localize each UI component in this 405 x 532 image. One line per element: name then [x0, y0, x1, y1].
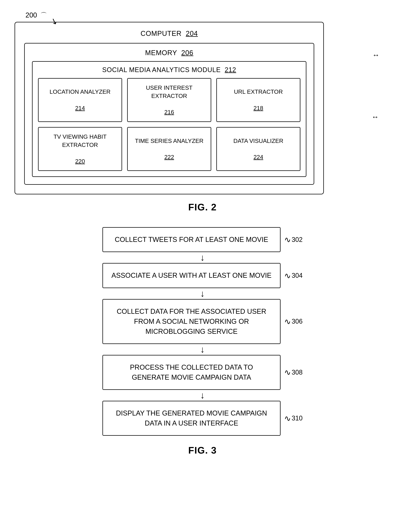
smam-label: SOCIAL MEDIA ANALYTICS MODULE 212: [38, 66, 300, 74]
module-ref-220: 220: [75, 157, 85, 165]
memory-ref: 206: [181, 49, 193, 57]
ref-number-302: 302: [292, 236, 303, 244]
computer-name: COMPUTER: [141, 30, 182, 37]
ref-number-306: 306: [292, 318, 303, 325]
squiggle-310: ∿: [284, 414, 291, 423]
smam-name: SOCIAL MEDIA ANALYTICS MODULE: [102, 66, 221, 74]
module-box-222: TIME SERIES ANALYZER222: [127, 127, 211, 171]
flow-ref-310: ∿310: [284, 414, 303, 423]
squiggle-306: ∿: [284, 317, 291, 326]
squiggle-302: ∿: [284, 235, 291, 244]
module-name-224: DATA VISUALIZER: [233, 137, 283, 145]
module-box-214: LOCATION ANALYZER214: [38, 78, 122, 122]
module-name-214: LOCATION ANALYZER: [50, 88, 111, 96]
module-box-220: TV VIEWING HABIT EXTRACTOR220: [38, 127, 122, 171]
flow-step-310: DISPLAY THE GENERATED MOVIE CAMPAIGN DAT…: [102, 401, 303, 436]
flow-ref-304: ∿304: [284, 271, 303, 280]
smam-ref: 212: [225, 66, 236, 74]
flow-step-302: COLLECT TWEETS FOR AT LEAST ONE MOVIE∿30…: [102, 227, 303, 252]
smam-box: SOCIAL MEDIA ANALYTICS MODULE 212 LOCATI…: [32, 61, 306, 177]
fig3-section: COLLECT TWEETS FOR AT LEAST ONE MOVIE∿30…: [14, 227, 391, 456]
ref-number-310: 310: [292, 414, 303, 422]
flow-step-308: PROCESS THE COLLECTED DATA TO GENERATE M…: [102, 355, 303, 390]
ref-number-308: 308: [292, 368, 303, 376]
arrow-to-storage: ↔: [371, 113, 379, 121]
module-name-220: TV VIEWING HABIT EXTRACTOR: [42, 133, 118, 149]
memory-name: MEMORY: [145, 49, 177, 57]
squiggle-304: ∿: [284, 271, 291, 280]
fig2-label: FIG. 2: [14, 202, 391, 212]
computer-ref: 204: [186, 30, 198, 37]
module-name-216: USER INTEREST EXTRACTOR: [131, 84, 207, 100]
flow-box-310: DISPLAY THE GENERATED MOVIE CAMPAIGN DAT…: [102, 401, 281, 436]
computer-box: COMPUTER 204 MEMORY 206 SOCIAL MEDIA ANA…: [14, 22, 324, 194]
module-box-216: USER INTEREST EXTRACTOR216: [127, 78, 211, 122]
flow-arrow-1: ↓: [106, 288, 299, 299]
flow-arrow-0: ↓: [106, 252, 299, 263]
fig2-section: 200 ⌒ ↘ COMPUTER 204 MEMORY 206 SOCIAL M…: [14, 11, 391, 212]
module-ref-224: 224: [253, 153, 263, 161]
module-ref-218: 218: [253, 104, 263, 112]
module-box-218: URL EXTRACTOR218: [216, 78, 300, 122]
memory-label: MEMORY 206: [32, 49, 306, 57]
module-ref-214: 214: [75, 104, 85, 112]
module-box-224: DATA VISUALIZER224: [216, 127, 300, 171]
fig3-label: FIG. 3: [14, 445, 391, 456]
ref-number-304: 304: [292, 272, 303, 279]
flow-step-306: COLLECT DATA FOR THE ASSOCIATED USER FRO…: [102, 299, 303, 344]
flow-box-302: COLLECT TWEETS FOR AT LEAST ONE MOVIE: [102, 227, 281, 252]
memory-box: MEMORY 206 SOCIAL MEDIA ANALYTICS MODULE…: [24, 43, 314, 185]
flow-box-308: PROCESS THE COLLECTED DATA TO GENERATE M…: [102, 355, 281, 390]
flow-ref-302: ∿302: [284, 235, 303, 244]
flowchart: COLLECT TWEETS FOR AT LEAST ONE MOVIE∿30…: [14, 227, 391, 436]
module-ref-216: 216: [164, 108, 174, 116]
module-grid: LOCATION ANALYZER214USER INTEREST EXTRAC…: [38, 78, 300, 171]
squiggle-308: ∿: [284, 368, 291, 377]
module-ref-222: 222: [164, 153, 174, 161]
flow-step-304: ASSOCIATE A USER WITH AT LEAST ONE MOVIE…: [102, 263, 303, 288]
arrow-to-ui: ↔: [372, 51, 379, 59]
flow-box-306: COLLECT DATA FOR THE ASSOCIATED USER FRO…: [102, 299, 281, 344]
flow-ref-306: ∿306: [284, 317, 303, 326]
flow-box-304: ASSOCIATE A USER WITH AT LEAST ONE MOVIE: [102, 263, 281, 288]
module-name-218: URL EXTRACTOR: [234, 88, 283, 96]
module-name-222: TIME SERIES ANALYZER: [135, 137, 203, 145]
flow-ref-308: ∿308: [284, 368, 303, 377]
flow-arrow-2: ↓: [106, 344, 299, 355]
flow-arrow-3: ↓: [106, 390, 299, 401]
computer-label: COMPUTER 204: [24, 30, 314, 37]
